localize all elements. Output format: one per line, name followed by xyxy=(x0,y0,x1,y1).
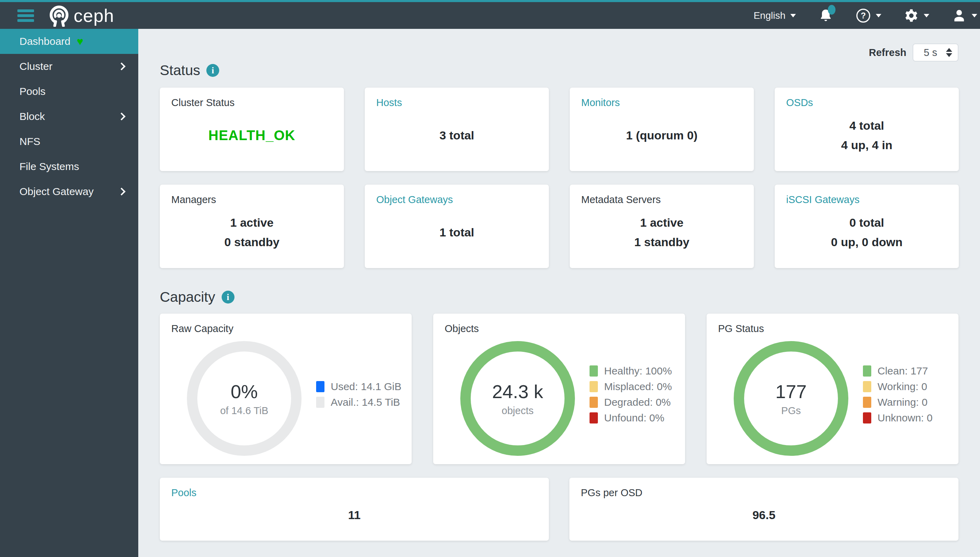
hosts-link[interactable]: Hosts xyxy=(376,97,537,109)
legend-label: Working: 0 xyxy=(878,381,927,393)
misplaced-swatch xyxy=(589,381,598,392)
degraded-swatch xyxy=(589,397,598,408)
pgs-per-osd-value: 96.5 xyxy=(753,505,776,524)
hamburger-icon xyxy=(17,10,34,12)
sidebar-item-nfs[interactable]: NFS xyxy=(0,129,138,154)
avail-swatch xyxy=(316,397,325,408)
status-section-heading: Status i xyxy=(160,62,959,78)
pg-status-card: PG Status 177 PGs Clean: 177 Working: 0 … xyxy=(707,314,959,464)
objects-donut-label: 24.3 k objects xyxy=(460,341,575,456)
sidebar-item-label: Block xyxy=(19,111,45,122)
sidebar-item-label: Pools xyxy=(19,86,45,97)
legend-label: Avail.: 14.5 TiB xyxy=(331,396,400,408)
legend-label: Healthy: 100% xyxy=(604,365,672,377)
pgs-per-osd-card: PGs per OSD 96.5 xyxy=(570,478,959,541)
refresh-interval-value: 5 s xyxy=(924,47,937,59)
clean-swatch xyxy=(863,365,871,376)
top-navbar: ceph English ? xyxy=(0,0,980,29)
legend-item: Used: 14.1 GiB xyxy=(316,379,401,395)
refresh-interval-select[interactable]: 5 s xyxy=(913,44,959,62)
cluster-health-value: HEALTH_OK xyxy=(208,124,295,147)
legend-label: Clean: 177 xyxy=(878,365,928,377)
objects-count: 24.3 k xyxy=(492,381,543,402)
sidebar-item-pools[interactable]: Pools xyxy=(0,79,138,104)
legend-item: Degraded: 0% xyxy=(589,395,672,410)
capacity-section-heading: Capacity i xyxy=(160,289,959,305)
card-title: Metadata Servers xyxy=(581,194,742,205)
info-icon[interactable]: i xyxy=(222,291,235,303)
monitors-link[interactable]: Monitors xyxy=(581,97,742,109)
hosts-card: Hosts 3 total xyxy=(365,88,549,171)
monitors-card: Monitors 1 (quorum 0) xyxy=(570,88,754,171)
unfound-swatch xyxy=(589,412,598,423)
pg-unit: PGs xyxy=(781,405,801,417)
object-gateways-link[interactable]: Object Gateways xyxy=(376,194,537,205)
osds-link[interactable]: OSDs xyxy=(786,97,948,109)
hosts-value: 3 total xyxy=(440,125,474,145)
sidebar-item-label: Dashboard xyxy=(19,36,71,47)
sidebar-item-block[interactable]: Block xyxy=(0,104,138,129)
info-icon[interactable]: i xyxy=(206,64,219,77)
osds-updown-value: 4 up, 4 in xyxy=(841,135,892,155)
ceph-logo-icon xyxy=(48,5,70,27)
legend-item: Avail.: 14.5 TiB xyxy=(316,395,401,410)
legend-item: Misplaced: 0% xyxy=(589,379,672,395)
pools-link[interactable]: Pools xyxy=(171,487,537,498)
raw-capacity-donut-label: 0% of 14.6 TiB xyxy=(187,341,302,456)
language-dropdown[interactable]: English xyxy=(753,10,796,21)
legend-item: Unknown: 0 xyxy=(863,410,932,426)
sidebar-item-cluster[interactable]: Cluster xyxy=(0,54,138,79)
iscsi-total-value: 0 total xyxy=(849,213,884,232)
raw-capacity-percent: 0% xyxy=(231,381,258,402)
osds-total-value: 4 total xyxy=(849,116,884,135)
user-dropdown[interactable] xyxy=(951,8,977,23)
help-dropdown[interactable]: ? xyxy=(856,8,881,23)
osds-card: OSDs 4 total 4 up, 4 in xyxy=(775,88,959,171)
chevron-down-icon xyxy=(972,14,977,17)
health-heart-icon: ♥ xyxy=(77,36,83,47)
card-title: PGs per OSD xyxy=(581,487,947,498)
monitors-value: 1 (quorum 0) xyxy=(626,125,698,145)
pg-status-legend: Clean: 177 Working: 0 Warning: 0 Unknown… xyxy=(863,363,932,426)
sidebar-item-object-gateway[interactable]: Object Gateway xyxy=(0,179,138,204)
hamburger-menu-button[interactable] xyxy=(17,7,34,24)
chevron-down-icon xyxy=(924,14,929,17)
gear-icon xyxy=(904,8,919,23)
unknown-swatch xyxy=(863,412,871,423)
metadata-servers-card: Metadata Servers 1 active 1 standby xyxy=(570,185,754,268)
sidebar-nav: Dashboard ♥ Cluster Pools Block NFS File… xyxy=(0,29,138,557)
ceph-logo: ceph xyxy=(48,5,114,27)
chevron-right-icon xyxy=(118,188,126,196)
healthy-swatch xyxy=(589,365,598,376)
managers-standby-value: 0 standby xyxy=(224,232,280,252)
object-gateways-value: 1 total xyxy=(440,223,474,242)
legend-item: Warning: 0 xyxy=(863,395,932,410)
legend-label: Degraded: 0% xyxy=(604,396,671,408)
settings-dropdown[interactable] xyxy=(904,8,929,23)
sidebar-item-dashboard[interactable]: Dashboard ♥ xyxy=(0,29,138,54)
sidebar-item-label: File Systems xyxy=(19,161,79,173)
legend-label: Unknown: 0 xyxy=(878,412,932,424)
legend-label: Warning: 0 xyxy=(878,396,928,408)
brand-name: ceph xyxy=(74,5,114,26)
cluster-status-card: Cluster Status HEALTH_OK xyxy=(160,88,344,171)
pools-count-value: 11 xyxy=(348,505,360,524)
iscsi-gateways-link[interactable]: iSCSI Gateways xyxy=(786,194,948,205)
card-title: Raw Capacity xyxy=(171,323,400,334)
managers-active-value: 1 active xyxy=(230,213,274,232)
sidebar-item-filesystems[interactable]: File Systems xyxy=(0,154,138,179)
status-cards-grid: Cluster Status HEALTH_OK Hosts 3 total M… xyxy=(160,88,959,268)
select-stepper-icon xyxy=(946,48,952,57)
pools-card: Pools 11 xyxy=(160,478,549,541)
capacity-heading-label: Capacity xyxy=(160,289,216,305)
refresh-control: Refresh 5 s xyxy=(869,44,959,62)
notification-badge xyxy=(828,5,836,15)
sidebar-item-label: Cluster xyxy=(19,60,52,72)
legend-item: Clean: 177 xyxy=(863,363,932,379)
sidebar-item-label: NFS xyxy=(19,135,40,147)
legend-item: Unfound: 0% xyxy=(589,410,672,426)
notifications-button[interactable] xyxy=(818,8,833,24)
help-circle-icon: ? xyxy=(856,8,871,23)
mds-active-value: 1 active xyxy=(640,213,684,232)
refresh-label: Refresh xyxy=(869,47,906,59)
